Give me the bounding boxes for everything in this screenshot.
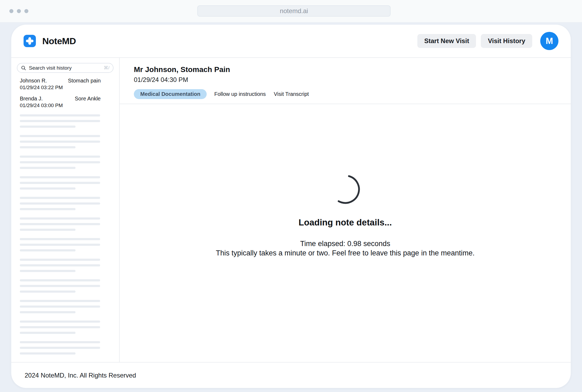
tab-follow-up-instructions[interactable]: Follow up instructions bbox=[214, 89, 266, 99]
loading-hint: This typically takes a minute or two. Fe… bbox=[216, 248, 474, 258]
visit-item[interactable]: Johnson R. Stomach pain 01/29/24 03:22 P… bbox=[20, 78, 101, 91]
loading-area: Loading note details... Time elapsed: 0.… bbox=[120, 104, 571, 362]
skeleton-visit-placeholder bbox=[20, 156, 114, 169]
loading-spinner-icon bbox=[330, 174, 360, 204]
visit-history-sidebar: ⌘/ Johnson R. Stomach pain 01/29/24 03:2… bbox=[11, 58, 120, 362]
app-footer: 2024 NoteMD, Inc. All Rights Reserved bbox=[11, 362, 571, 388]
skeleton-visit-placeholder bbox=[20, 279, 114, 293]
skeleton-visit-placeholder bbox=[20, 321, 114, 334]
skeleton-visit-placeholder bbox=[20, 259, 114, 272]
app-window: NoteMD Start New Visit Visit History M ⌘… bbox=[11, 25, 571, 388]
start-new-visit-button[interactable]: Start New Visit bbox=[417, 34, 476, 48]
visit-item[interactable]: Brenda J. Sore Ankle 01/29/24 03:00 PM bbox=[20, 96, 101, 108]
user-avatar[interactable]: M bbox=[540, 32, 558, 50]
visit-datetime: 01/29/24 03:00 PM bbox=[20, 103, 101, 108]
visit-list: Johnson R. Stomach pain 01/29/24 03:22 P… bbox=[20, 78, 101, 108]
visit-topic: Sore Ankle bbox=[75, 96, 101, 102]
visit-datetime: 01/29/24 03:22 PM bbox=[20, 85, 101, 91]
browser-chrome: notemd.ai bbox=[0, 0, 582, 22]
note-pane: Mr Johnson, Stomach Pain 01/29/24 04:30 … bbox=[120, 58, 571, 362]
traffic-light-dots-icon bbox=[9, 9, 28, 13]
visit-patient-name: Brenda J. bbox=[20, 96, 43, 102]
app-title: NoteMD bbox=[42, 36, 76, 46]
app-header: NoteMD Start New Visit Visit History M bbox=[11, 25, 571, 58]
copyright-text: 2024 NoteMD, Inc. All Rights Reserved bbox=[25, 372, 136, 379]
visit-history-button[interactable]: Visit History bbox=[481, 34, 532, 48]
logo-plus-icon bbox=[24, 35, 36, 47]
skeleton-visit-placeholder bbox=[20, 135, 114, 148]
app-body: ⌘/ Johnson R. Stomach pain 01/29/24 03:2… bbox=[11, 58, 571, 362]
note-datetime: 01/29/24 04:30 PM bbox=[134, 76, 571, 84]
search-box: ⌘/ bbox=[17, 63, 114, 73]
skeleton-visit-placeholder bbox=[20, 197, 114, 210]
skeleton-visit-placeholder bbox=[20, 114, 114, 128]
url-bar[interactable]: notemd.ai bbox=[197, 5, 391, 17]
note-header: Mr Johnson, Stomach Pain 01/29/24 04:30 … bbox=[120, 58, 571, 104]
page: notemd.ai NoteMD Start New Visit Visit H… bbox=[0, 0, 582, 392]
tab-visit-transcript[interactable]: Visit Transcript bbox=[273, 89, 309, 99]
skeleton-visit-placeholder bbox=[20, 176, 114, 190]
window-dot-icon bbox=[9, 9, 13, 13]
search-icon bbox=[21, 65, 26, 71]
header-actions: Start New Visit Visit History M bbox=[417, 32, 558, 50]
skeleton-visit-placeholder bbox=[20, 217, 114, 231]
window-dot-icon bbox=[17, 9, 21, 13]
skeleton-visit-placeholder bbox=[20, 238, 114, 251]
loading-elapsed: Time elapsed: 0.98 seconds bbox=[216, 239, 474, 248]
tab-medical-documentation[interactable]: Medical Documentation bbox=[134, 89, 207, 99]
loading-status: Time elapsed: 0.98 seconds This typicall… bbox=[216, 239, 474, 258]
search-shortcut-hint: ⌘/ bbox=[104, 65, 109, 71]
loading-title: Loading note details... bbox=[298, 217, 392, 228]
note-title: Mr Johnson, Stomach Pain bbox=[134, 65, 571, 74]
note-tabs: Medical Documentation Follow up instruct… bbox=[134, 89, 571, 99]
skeleton-visit-placeholder bbox=[20, 300, 114, 313]
skeleton-visit-placeholder bbox=[20, 341, 114, 355]
skeleton-list bbox=[20, 114, 114, 355]
visit-topic: Stomach pain bbox=[68, 78, 101, 84]
visit-patient-name: Johnson R. bbox=[20, 78, 47, 84]
search-input[interactable] bbox=[28, 65, 101, 71]
window-dot-icon bbox=[24, 9, 28, 13]
